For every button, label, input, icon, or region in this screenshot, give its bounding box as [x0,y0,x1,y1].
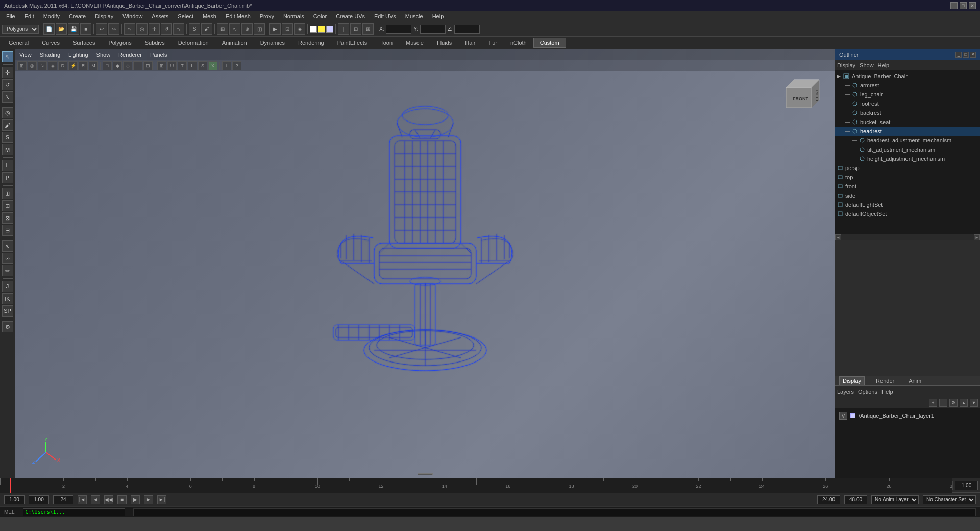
save-as-btn[interactable]: ■ [80,23,91,35]
menu-file[interactable]: File [2,13,19,20]
vp-shadows[interactable]: S [198,61,207,70]
vp-lights[interactable]: L [188,61,197,70]
menu-help[interactable]: Help [428,13,448,20]
tab-surfaces[interactable]: Surfaces [66,38,102,48]
tool-settings[interactable]: ⚙ [2,321,13,332]
snap-point-btn[interactable]: ⊕ [241,23,253,35]
tab-rendering[interactable]: Rendering [291,38,331,48]
menu-normals[interactable]: Normals [279,13,308,20]
minimize-btn[interactable]: _ [950,2,958,9]
tab-subdivs[interactable]: Subdivs [138,38,172,48]
tab-fur[interactable]: Fur [482,38,504,48]
layer-menu-help[interactable]: Help [881,389,893,395]
tab-animation[interactable]: Animation [215,38,254,48]
menu-edit[interactable]: Edit [20,13,38,20]
redo-btn[interactable]: ↪ [108,23,119,35]
layer-down-btn[interactable]: ▼ [970,399,978,407]
vp-xray[interactable]: X [208,61,217,70]
out-item-headrest[interactable]: — headrest [835,127,980,136]
out-item-antique-barber-chair[interactable]: ▶ Antique_Barber_Chair [835,71,980,81]
select-tool-btn[interactable]: ↖ [124,23,135,35]
pencil-curve[interactable]: ✏ [2,265,13,276]
z-axis-input[interactable] [454,25,480,34]
scroll-right-arrow[interactable]: ► [974,234,980,240]
paint-sel[interactable]: P [2,172,13,183]
rotate-tool[interactable]: ↺ [2,79,13,90]
timeline-ruler[interactable]: 24681012141618202224262830 [0,478,952,493]
close-btn[interactable]: ✕ [969,2,976,9]
layer-visibility[interactable]: V [839,412,847,420]
x-axis-input[interactable] [386,25,411,34]
scroll-left-arrow[interactable]: ◄ [835,234,841,240]
menu-assets[interactable]: Assets [148,13,173,20]
menu-mesh[interactable]: Mesh [199,13,220,20]
out-item-default-object-set[interactable]: defaultObjectSet [835,209,980,219]
ik-handle[interactable]: IK [2,293,13,304]
end-frame-display[interactable] [53,495,74,504]
new-scene-btn[interactable]: 📄 [43,23,55,35]
command-line[interactable] [23,508,125,516]
vp-points[interactable]: · [133,61,142,70]
out-item-persp[interactable]: persp [835,163,980,173]
out-item-default-light-set[interactable]: defaultLightSet [835,200,980,209]
vp-menu-renderer[interactable]: Renderer [118,52,142,58]
vp-menu-show[interactable]: Show [96,52,111,58]
out-item-footrest[interactable]: — footrest [835,99,980,108]
render-btn[interactable]: ▶ [270,23,281,35]
vp-help[interactable]: ? [232,61,241,70]
out-item-side[interactable]: side [835,191,980,200]
light-white[interactable] [310,26,317,33]
layer-menu-layers[interactable]: Layers [837,389,854,395]
vp-isolate[interactable]: I [222,61,231,70]
layer-settings-btn[interactable]: ⚙ [949,399,958,407]
outliner-maximize-btn[interactable]: □ [963,52,969,58]
layer-new-btn[interactable]: + [929,399,937,407]
undo-btn[interactable]: ↩ [96,23,107,35]
outliner-menu-display[interactable]: Display [837,62,855,68]
menu-display[interactable]: Display [91,13,117,20]
out-item-height-adj[interactable]: — height_adjustment_mechanism [835,154,980,163]
stop-btn[interactable]: ■ [117,495,127,504]
vp-render[interactable]: R [79,61,88,70]
save-btn[interactable]: 💾 [68,23,79,35]
tab-fluids[interactable]: Fluids [430,38,458,48]
panel-tab-render[interactable]: Render [873,377,897,385]
play-back-btn[interactable]: ◀◀ [104,495,113,504]
menu-modify[interactable]: Modify [39,13,64,20]
create-joint[interactable]: J [2,281,13,292]
out-item-leg-chair[interactable]: — leg_chair [835,90,980,99]
out-item-top[interactable]: top [835,173,980,182]
vp-camera-sel[interactable]: ◎ [28,61,37,70]
cv-curve[interactable]: ∾ [2,253,13,264]
layer-menu-options[interactable]: Options [858,389,877,395]
tab-polygons[interactable]: Polygons [102,38,138,48]
out-item-front[interactable]: front [835,182,980,191]
play-btn[interactable]: ▶ [131,495,140,504]
menu-color[interactable]: Color [309,13,331,20]
vp-curve-sel[interactable]: ∿ [38,61,47,70]
view-cube[interactable]: FRONT RIGHT [783,75,824,115]
poly-bridge[interactable]: ⊟ [2,225,13,236]
extra-btn3[interactable]: ⊞ [362,23,374,35]
vp-deformer[interactable]: D [58,61,67,70]
ep-curve[interactable]: ∿ [2,240,13,252]
light-blue[interactable] [326,26,333,33]
menu-proxy[interactable]: Proxy [256,13,278,20]
polygon-mode-dropdown[interactable]: Polygons NURBS Surfaces [2,25,39,34]
scale-tool-btn[interactable]: ⤡ [173,23,184,35]
tab-deformation[interactable]: Deformation [172,38,215,48]
light-yellow[interactable] [318,26,325,33]
move-tool[interactable]: ✛ [2,67,13,78]
extra-btn1[interactable]: | [338,23,349,35]
next-keyframe-btn[interactable]: ►| [157,495,166,504]
move-tool-btn[interactable]: ✛ [149,23,160,35]
layer-delete-btn[interactable]: - [939,399,947,407]
vp-select-mask[interactable]: ⊞ [17,61,27,70]
out-item-bucket-seat[interactable]: — bucket_seat [835,117,980,127]
timeline-playhead[interactable] [10,478,11,493]
layer-up-btn[interactable]: ▲ [960,399,968,407]
tab-ncloth[interactable]: nCloth [504,38,533,48]
tab-general[interactable]: General [2,38,35,48]
snap-grid-btn[interactable]: ⊞ [217,23,228,35]
start-frame-field[interactable] [4,495,24,504]
